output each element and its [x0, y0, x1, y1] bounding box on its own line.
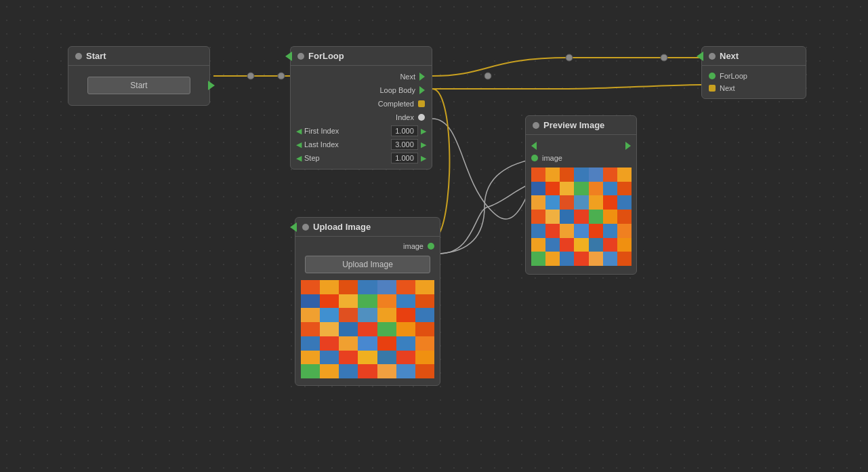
upload-header: Upload Image	[295, 218, 440, 237]
lastindex-left-arrow[interactable]: ◀	[296, 140, 302, 149]
grid-cell	[320, 280, 339, 294]
grid-cell	[589, 182, 603, 196]
svg-point-5	[661, 54, 667, 61]
grid-cell	[617, 210, 632, 224]
grid-cell	[545, 252, 560, 266]
upload-dot	[302, 224, 309, 231]
forloop-lastindex-row: ◀ Last Index 3.000 ▶	[291, 138, 432, 151]
preview-image-display	[531, 168, 632, 266]
forloop-next-pin: Next	[291, 70, 432, 83]
forloop-index-pin: Index	[291, 111, 432, 124]
grid-cell	[320, 351, 339, 365]
next-next-label: Next	[720, 84, 735, 92]
preview-dot	[533, 122, 539, 129]
grid-cell	[589, 224, 603, 238]
forloop-firstindex-row: ◀ First Index 1.000 ▶	[291, 124, 432, 138]
grid-cell	[603, 182, 617, 196]
start-exec-out-pin	[208, 81, 215, 90]
grid-cell	[377, 322, 396, 336]
grid-cell	[589, 168, 603, 182]
grid-cell	[560, 195, 574, 210]
step-left-arrow[interactable]: ◀	[296, 154, 302, 163]
grid-cell	[301, 336, 320, 351]
grid-cell	[377, 280, 396, 294]
grid-cell	[531, 182, 545, 196]
preview-image-node: Preview Image image	[525, 115, 637, 275]
forloop-completed-label: Completed	[378, 100, 414, 108]
firstindex-left-arrow[interactable]: ◀	[296, 127, 302, 136]
grid-cell	[560, 210, 574, 224]
lastindex-right-arrow[interactable]: ▶	[421, 140, 426, 149]
grid-cell	[320, 336, 339, 351]
grid-cell	[415, 322, 434, 336]
grid-cell	[531, 168, 545, 182]
grid-cell	[531, 224, 545, 238]
start-button[interactable]: Start	[87, 77, 190, 94]
grid-cell	[531, 210, 545, 224]
grid-cell	[545, 238, 560, 252]
upload-title: Upload Image	[313, 222, 371, 232]
grid-cell	[545, 182, 560, 196]
grid-cell	[560, 168, 574, 182]
grid-cell	[320, 322, 339, 336]
grid-cell	[301, 294, 320, 309]
grid-cell	[415, 351, 434, 365]
grid-cell	[531, 252, 545, 266]
forloop-index-label: Index	[396, 113, 414, 121]
firstindex-right-arrow[interactable]: ▶	[421, 127, 426, 136]
grid-cell	[545, 168, 560, 182]
forloop-index-data-pin	[418, 114, 425, 121]
svg-point-3	[484, 73, 491, 79]
grid-cell	[377, 336, 396, 351]
grid-cell	[377, 294, 396, 309]
lastindex-label: Last Index	[304, 140, 388, 149]
forloop-node: ForLoop Next Loop Body Completed Index ◀…	[290, 46, 432, 170]
svg-point-4	[566, 54, 573, 61]
grid-cell	[377, 351, 396, 365]
forloop-step-row: ◀ Step 1.000 ▶	[291, 151, 432, 165]
grid-cell	[358, 351, 377, 365]
grid-cell	[396, 364, 415, 378]
upload-grid	[301, 280, 434, 378]
next-forloop-label: ForLoop	[720, 72, 747, 80]
grid-cell	[617, 224, 632, 238]
grid-cell	[574, 182, 588, 196]
next-node-body: ForLoop Next	[702, 66, 806, 98]
grid-cell	[574, 195, 588, 210]
grid-cell	[574, 238, 588, 252]
grid-cell	[603, 168, 617, 182]
forloop-completed-data-pin	[418, 100, 425, 107]
forloop-loopbody-exec-pin	[419, 86, 425, 94]
step-right-arrow[interactable]: ▶	[421, 154, 426, 163]
start-node-header: Start	[68, 47, 209, 66]
grid-cell	[396, 322, 415, 336]
forloop-body: Next Loop Body Completed Index ◀ First I…	[291, 66, 432, 169]
grid-cell	[415, 336, 434, 351]
grid-cell	[545, 224, 560, 238]
grid-cell	[339, 322, 358, 336]
step-label: Step	[304, 154, 388, 162]
grid-cell	[358, 336, 377, 351]
next-node-title: Next	[720, 51, 739, 61]
grid-cell	[358, 364, 377, 378]
grid-cell	[301, 280, 320, 294]
grid-cell	[617, 182, 632, 196]
upload-exec-in-pin	[290, 222, 297, 232]
forloop-next-exec-pin	[419, 73, 425, 81]
grid-cell	[574, 252, 588, 266]
grid-cell	[301, 308, 320, 322]
grid-cell	[574, 224, 588, 238]
upload-button[interactable]: Upload Image	[305, 256, 430, 273]
preview-exec-in-pin	[531, 142, 537, 150]
grid-cell	[603, 238, 617, 252]
grid-cell	[589, 195, 603, 210]
grid-cell	[560, 182, 574, 196]
grid-cell	[396, 351, 415, 365]
grid-cell	[589, 210, 603, 224]
firstindex-value: 1.000	[391, 125, 418, 136]
preview-header: Preview Image	[526, 116, 636, 135]
next-forloop-pin: ForLoop	[702, 70, 806, 82]
grid-cell	[560, 252, 574, 266]
upload-image-node: Upload Image image Upload Image	[295, 217, 440, 386]
start-node-title: Start	[86, 51, 106, 61]
